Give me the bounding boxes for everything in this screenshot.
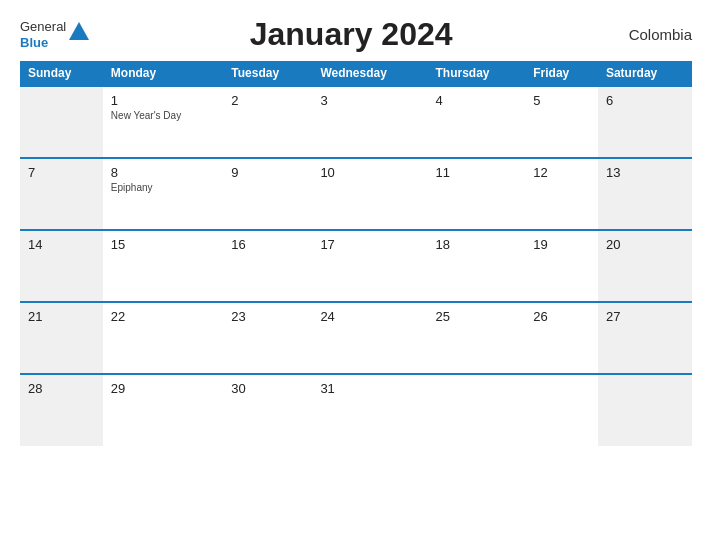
calendar-cell: 16: [223, 230, 312, 302]
calendar-cell: [598, 374, 692, 446]
calendar-week-row: 14151617181920: [20, 230, 692, 302]
page: General Blue January 2024 Colombia Sunda…: [0, 0, 712, 550]
logo-triangle-icon: [68, 20, 90, 42]
header-friday: Friday: [525, 61, 598, 86]
day-number: 10: [320, 165, 419, 180]
day-number: 4: [436, 93, 518, 108]
day-number: 24: [320, 309, 419, 324]
calendar-cell: 27: [598, 302, 692, 374]
calendar-cell: 17: [312, 230, 427, 302]
header-tuesday: Tuesday: [223, 61, 312, 86]
logo: General Blue: [20, 19, 90, 50]
header-monday: Monday: [103, 61, 223, 86]
calendar-title: January 2024: [90, 16, 612, 53]
calendar-cell: 7: [20, 158, 103, 230]
calendar-cell: 24: [312, 302, 427, 374]
logo-text: General Blue: [20, 19, 66, 50]
calendar-cell: 14: [20, 230, 103, 302]
day-event: Epiphany: [111, 182, 215, 193]
svg-marker-0: [69, 22, 89, 40]
day-number: 12: [533, 165, 590, 180]
calendar-cell: 3: [312, 86, 427, 158]
day-number: 20: [606, 237, 684, 252]
calendar-cell: 5: [525, 86, 598, 158]
calendar-cell: 9: [223, 158, 312, 230]
calendar-cell: 20: [598, 230, 692, 302]
calendar-cell: 19: [525, 230, 598, 302]
day-number: 5: [533, 93, 590, 108]
day-number: 7: [28, 165, 95, 180]
day-number: 8: [111, 165, 215, 180]
calendar-cell: [428, 374, 526, 446]
calendar-cell: 31: [312, 374, 427, 446]
calendar-cell: 21: [20, 302, 103, 374]
day-number: 6: [606, 93, 684, 108]
day-number: 18: [436, 237, 518, 252]
header-sunday: Sunday: [20, 61, 103, 86]
day-number: 9: [231, 165, 304, 180]
calendar-cell: 18: [428, 230, 526, 302]
calendar-cell: 8Epiphany: [103, 158, 223, 230]
day-number: 26: [533, 309, 590, 324]
day-number: 29: [111, 381, 215, 396]
calendar-cell: 2: [223, 86, 312, 158]
day-event: New Year's Day: [111, 110, 215, 121]
day-number: 16: [231, 237, 304, 252]
header-wednesday: Wednesday: [312, 61, 427, 86]
calendar-cell: 13: [598, 158, 692, 230]
header-saturday: Saturday: [598, 61, 692, 86]
day-number: 30: [231, 381, 304, 396]
calendar-week-row: 28293031: [20, 374, 692, 446]
calendar-cell: 6: [598, 86, 692, 158]
weekday-header-row: Sunday Monday Tuesday Wednesday Thursday…: [20, 61, 692, 86]
day-number: 25: [436, 309, 518, 324]
calendar-cell: 23: [223, 302, 312, 374]
calendar-cell: 26: [525, 302, 598, 374]
logo-general: General: [20, 19, 66, 35]
day-number: 13: [606, 165, 684, 180]
day-number: 31: [320, 381, 419, 396]
calendar-cell: 22: [103, 302, 223, 374]
day-number: 1: [111, 93, 215, 108]
calendar-cell: [525, 374, 598, 446]
calendar-week-row: 1New Year's Day23456: [20, 86, 692, 158]
day-number: 28: [28, 381, 95, 396]
calendar-cell: 4: [428, 86, 526, 158]
calendar-cell: 15: [103, 230, 223, 302]
calendar-cell: 12: [525, 158, 598, 230]
day-number: 22: [111, 309, 215, 324]
calendar-week-row: 78Epiphany910111213: [20, 158, 692, 230]
country-label: Colombia: [612, 26, 692, 43]
calendar-table: Sunday Monday Tuesday Wednesday Thursday…: [20, 61, 692, 446]
day-number: 2: [231, 93, 304, 108]
calendar-cell: 11: [428, 158, 526, 230]
calendar-header: General Blue January 2024 Colombia: [20, 16, 692, 53]
calendar-cell: 1New Year's Day: [103, 86, 223, 158]
calendar-cell: [20, 86, 103, 158]
calendar-week-row: 21222324252627: [20, 302, 692, 374]
logo-blue: Blue: [20, 35, 66, 51]
day-number: 11: [436, 165, 518, 180]
day-number: 3: [320, 93, 419, 108]
calendar-cell: 10: [312, 158, 427, 230]
day-number: 14: [28, 237, 95, 252]
day-number: 27: [606, 309, 684, 324]
day-number: 17: [320, 237, 419, 252]
day-number: 15: [111, 237, 215, 252]
day-number: 21: [28, 309, 95, 324]
calendar-cell: 28: [20, 374, 103, 446]
calendar-cell: 29: [103, 374, 223, 446]
day-number: 23: [231, 309, 304, 324]
day-number: 19: [533, 237, 590, 252]
calendar-cell: 25: [428, 302, 526, 374]
calendar-cell: 30: [223, 374, 312, 446]
header-thursday: Thursday: [428, 61, 526, 86]
